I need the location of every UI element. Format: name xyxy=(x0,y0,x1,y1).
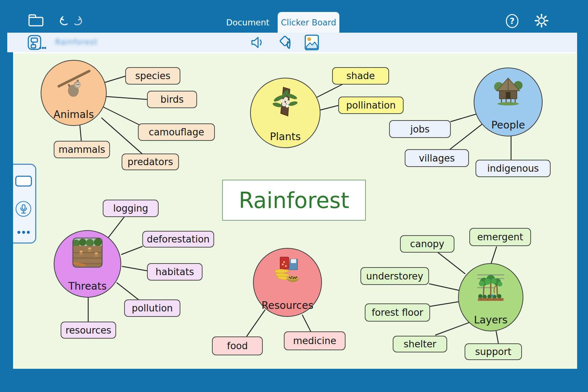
microphone-icon xyxy=(19,204,28,214)
node-birds[interactable]: birds xyxy=(147,91,197,108)
tab-document[interactable]: Document xyxy=(218,15,278,30)
node-people[interactable]: People xyxy=(474,68,543,136)
mindmap-icon xyxy=(27,34,46,50)
node-label: Animals xyxy=(41,109,106,121)
more-dots-icon xyxy=(27,231,30,234)
node-camouflage[interactable]: camouflage xyxy=(138,123,215,141)
more-options-button[interactable] xyxy=(13,231,34,234)
settings-button[interactable] xyxy=(534,13,549,28)
node-threats[interactable]: Threats xyxy=(54,230,121,298)
insert-image-button[interactable] xyxy=(304,34,319,51)
node-habitats[interactable]: habitats xyxy=(147,263,203,281)
deforestation-photo-image xyxy=(72,237,103,268)
redo-icon xyxy=(72,16,83,26)
speak-button[interactable] xyxy=(250,35,266,50)
orchid-on-log-image xyxy=(269,84,302,119)
node-shade[interactable]: shade xyxy=(332,67,389,85)
node-shelter[interactable]: shelter xyxy=(393,336,447,352)
node-pollination[interactable]: pollination xyxy=(338,97,404,114)
node-layers[interactable]: Layers xyxy=(458,263,523,331)
forest-layers-image xyxy=(475,271,506,303)
side-tool-panel xyxy=(13,164,36,244)
board-canvas[interactable]: Animals species birds camouflage mammals… xyxy=(13,52,577,369)
node-label: Resources xyxy=(254,299,321,311)
help-icon: ? xyxy=(505,14,519,28)
more-dots-icon xyxy=(22,231,25,234)
node-understorey[interactable]: understorey xyxy=(360,267,429,285)
sloth-image xyxy=(56,66,91,101)
node-label: Plants xyxy=(251,131,320,143)
image-icon xyxy=(305,34,319,50)
node-pollution[interactable]: pollution xyxy=(124,299,180,317)
speaker-icon xyxy=(250,36,265,49)
undo-button[interactable] xyxy=(58,15,70,27)
record-button[interactable] xyxy=(16,201,31,217)
node-canopy[interactable]: canopy xyxy=(400,235,454,253)
node-label: People xyxy=(474,119,542,131)
tab-clicker-board[interactable]: Clicker Board xyxy=(278,12,339,33)
more-dots-icon xyxy=(17,231,20,234)
node-logging[interactable]: logging xyxy=(103,200,159,217)
node-predators[interactable]: predators xyxy=(122,154,179,170)
redo-button[interactable] xyxy=(72,15,84,27)
top-bar: Document Clicker Board ? xyxy=(0,0,588,33)
node-mammals[interactable]: mammals xyxy=(54,141,110,158)
folder-icon xyxy=(28,13,44,27)
node-food[interactable]: food xyxy=(212,336,263,355)
node-animals[interactable]: Animals xyxy=(41,60,107,126)
node-emergent[interactable]: emergent xyxy=(469,228,531,246)
svg-text:?: ? xyxy=(510,16,514,26)
node-label: Layers xyxy=(459,314,523,326)
node-resources[interactable]: Resources xyxy=(253,248,322,317)
node-label: Threats xyxy=(54,280,121,292)
node-species[interactable]: species xyxy=(125,67,180,85)
cell-button[interactable] xyxy=(15,176,32,187)
settings-gear-icon xyxy=(534,13,549,28)
node-resources-threat[interactable]: resources xyxy=(61,322,116,339)
node-medicine[interactable]: medicine xyxy=(284,331,346,350)
node-support[interactable]: support xyxy=(465,343,522,360)
node-jobs[interactable]: jobs xyxy=(389,120,451,138)
node-villages[interactable]: villages xyxy=(405,149,469,167)
open-folder-button[interactable] xyxy=(27,13,45,28)
node-deforestation[interactable]: deforestation xyxy=(142,231,214,248)
help-button[interactable]: ? xyxy=(505,14,519,28)
node-indigenous[interactable]: indigenous xyxy=(475,160,551,177)
board-filename: Rainforest xyxy=(55,38,98,46)
paint-button[interactable] xyxy=(278,34,295,51)
stilt-hut-image xyxy=(491,74,525,107)
food-produce-image xyxy=(271,254,304,286)
map-title[interactable]: Rainforest xyxy=(222,180,366,221)
mindmap-menu-button[interactable] xyxy=(27,34,46,51)
paint-icon xyxy=(278,34,295,50)
undo-icon xyxy=(59,16,70,26)
node-plants[interactable]: Plants xyxy=(250,78,320,148)
node-forest-floor[interactable]: forest floor xyxy=(365,303,430,322)
board-toolbar: Rainforest xyxy=(7,33,577,52)
